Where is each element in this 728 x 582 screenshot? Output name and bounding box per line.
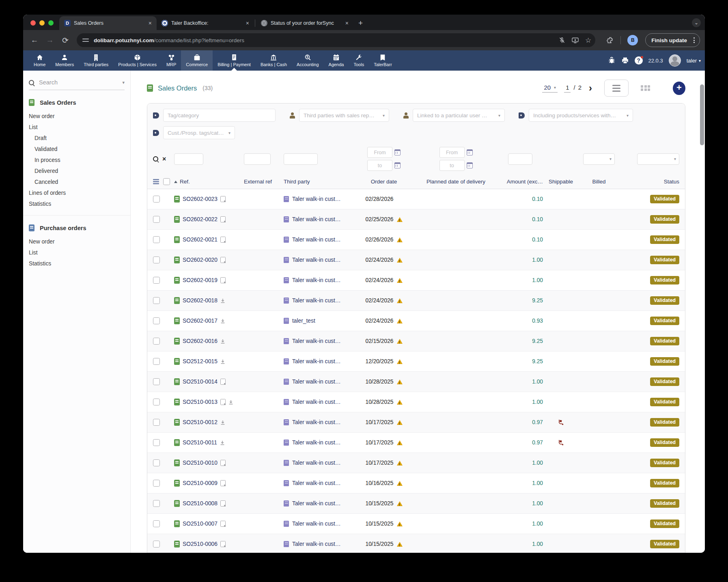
sidebar-item-canceled[interactable]: Canceled <box>29 177 125 188</box>
current-page[interactable]: 1 <box>564 84 571 93</box>
third-party-link[interactable]: Taler walk-in cust… <box>292 460 341 466</box>
order-ref-link[interactable]: SO2510-0011 <box>183 440 217 446</box>
forward-button[interactable]: → <box>43 34 56 47</box>
search-amount-input[interactable] <box>508 153 532 165</box>
header-billed[interactable]: Billed <box>579 179 619 185</box>
download-icon[interactable] <box>220 440 225 445</box>
print-icon[interactable] <box>621 57 629 64</box>
maximize-window-button[interactable] <box>48 20 54 26</box>
including-products-select[interactable]: Including products/services with… ▾ <box>529 109 633 122</box>
order-ref-link[interactable]: SO2510-0009 <box>183 480 218 486</box>
note-icon[interactable] <box>220 237 226 243</box>
order-ref-link[interactable]: SO2510-0014 <box>183 379 218 385</box>
search-status-select[interactable]: ▾ <box>637 153 679 165</box>
order-ref-link[interactable]: SO2602-0023 <box>183 196 218 202</box>
header-shippable[interactable]: Shippable <box>543 179 579 185</box>
tab-close-icon[interactable]: × <box>245 20 250 26</box>
note-icon[interactable] <box>220 379 226 385</box>
order-ref-link[interactable]: SO2510-0008 <box>183 500 218 507</box>
search-ref-input[interactable] <box>174 153 203 165</box>
menu-agenda[interactable]: Agenda <box>324 50 349 71</box>
note-icon[interactable] <box>220 277 226 283</box>
row-checkbox[interactable] <box>153 439 160 446</box>
calendar-icon[interactable] <box>394 149 401 155</box>
menu-members[interactable]: Members <box>50 50 79 71</box>
tab-search-button[interactable]: ⌄ <box>692 18 701 27</box>
sidebar-item-po-statistics[interactable]: Statistics <box>29 258 125 269</box>
row-checkbox[interactable] <box>153 500 160 507</box>
note-icon[interactable] <box>220 257 226 263</box>
row-checkbox[interactable] <box>153 257 160 263</box>
bug-icon[interactable] <box>608 57 616 64</box>
sidebar-item-list[interactable]: List <box>29 122 125 133</box>
row-checkbox[interactable] <box>153 317 160 324</box>
order-ref-link[interactable]: SO2602-0017 <box>183 318 218 324</box>
header-third-party[interactable]: Third party <box>284 179 353 185</box>
mic-off-icon[interactable] <box>559 37 565 43</box>
row-checkbox[interactable] <box>153 459 160 466</box>
third-party-link[interactable]: taler_test <box>292 318 315 324</box>
menu-mrp[interactable]: MRP <box>162 50 181 71</box>
row-checkbox[interactable] <box>153 196 160 203</box>
sidebar-item-lines-of-orders[interactable]: Lines of orders <box>29 188 125 198</box>
third-party-link[interactable]: Taler walk-in cust… <box>292 500 341 507</box>
planned-date-to-input[interactable] <box>439 160 465 171</box>
sidebar-item-draft[interactable]: Draft <box>29 133 125 144</box>
download-icon[interactable] <box>228 400 233 405</box>
select-all-checkbox[interactable] <box>163 178 170 185</box>
address-bar[interactable]: dolibarr.potuzhnyi.com/commande/list.php… <box>77 33 595 47</box>
tab-sales-orders[interactable]: D Sales Orders × <box>59 16 157 30</box>
third-party-link[interactable]: Taler walk-in cust… <box>292 419 341 425</box>
row-checkbox[interactable] <box>153 399 160 405</box>
row-checkbox[interactable] <box>153 378 160 385</box>
header-order-date[interactable]: Order date <box>353 179 414 185</box>
row-checkbox[interactable] <box>153 358 160 365</box>
calendar-icon[interactable] <box>394 162 401 168</box>
row-checkbox[interactable] <box>153 297 160 304</box>
tag-category-input[interactable] <box>163 109 276 122</box>
note-icon[interactable] <box>220 541 226 547</box>
download-icon[interactable] <box>220 298 225 303</box>
user-menu[interactable]: taler▾ <box>687 58 701 64</box>
row-checkbox[interactable] <box>153 236 160 243</box>
row-checkbox[interactable] <box>153 419 160 426</box>
order-ref-link[interactable]: SO2602-0018 <box>183 297 218 304</box>
menu-third-parties[interactable]: Third parties <box>79 50 113 71</box>
tab-taler-backoffice[interactable]: Taler Backoffice: × <box>157 16 254 30</box>
order-ref-link[interactable]: SO2602-0019 <box>183 277 218 283</box>
menu-banks-cash[interactable]: Banks | Cash <box>256 50 292 71</box>
sidebar-item-in-process[interactable]: In process <box>29 155 125 166</box>
order-ref-link[interactable]: SO2602-0020 <box>183 257 218 263</box>
bookmark-star-icon[interactable]: ☆ <box>585 36 591 45</box>
download-icon[interactable] <box>220 319 225 323</box>
note-icon[interactable] <box>220 196 226 202</box>
browser-menu-icon[interactable] <box>691 37 697 43</box>
sidebar-item-new-order[interactable]: New order <box>29 111 125 122</box>
new-tab-button[interactable]: + <box>353 19 368 30</box>
site-info-icon[interactable] <box>82 37 89 43</box>
third-party-link[interactable]: Taler walk-in cust… <box>292 216 341 222</box>
header-external-ref[interactable]: External ref <box>244 179 284 185</box>
order-ref-link[interactable]: SO2510-0010 <box>183 460 218 466</box>
help-icon[interactable]: ? <box>635 56 643 65</box>
third-party-link[interactable]: Taler walk-in cust… <box>292 358 341 364</box>
clear-search-icon[interactable]: × <box>162 155 166 163</box>
list-view-button[interactable] <box>604 80 629 97</box>
download-icon[interactable] <box>220 339 225 344</box>
chevron-down-icon[interactable]: ▾ <box>122 80 125 85</box>
third-party-link[interactable]: Taler walk-in cust… <box>292 480 341 486</box>
third-party-link[interactable]: Taler walk-in cust… <box>292 237 341 243</box>
sidebar-item-po-new-order[interactable]: New order <box>29 236 125 247</box>
tab-order-status[interactable]: Status of your order forSync × <box>256 16 353 30</box>
cust-prosp-tags-select[interactable]: Cust./Prosp. tags/cat… ▾ <box>163 126 235 139</box>
header-status[interactable]: Status <box>619 179 679 185</box>
tab-close-icon[interactable]: × <box>345 20 349 26</box>
menu-talerbarr[interactable]: TalerBarr <box>369 50 397 71</box>
browser-profile-avatar[interactable]: B <box>627 35 638 45</box>
header-planned-date[interactable]: Planned date of delivery <box>414 179 498 185</box>
menu-products-services[interactable]: Products | Services <box>113 50 162 71</box>
order-ref-link[interactable]: SO2510-0006 <box>183 541 218 547</box>
run-search-icon[interactable] <box>153 156 158 162</box>
row-checkbox[interactable] <box>153 338 160 345</box>
order-ref-link[interactable]: SO2510-0013 <box>183 399 218 405</box>
